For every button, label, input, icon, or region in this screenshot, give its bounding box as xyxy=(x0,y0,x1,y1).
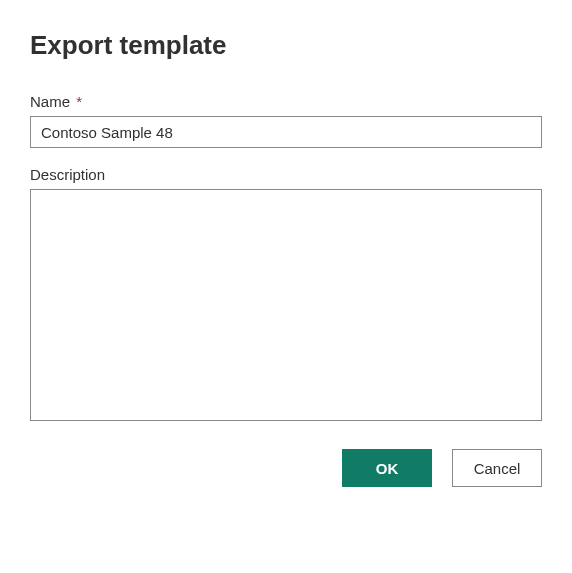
description-label: Description xyxy=(30,166,542,183)
button-row: OK Cancel xyxy=(30,449,542,487)
name-input[interactable] xyxy=(30,116,542,148)
name-label: Name * xyxy=(30,93,542,110)
dialog-title: Export template xyxy=(30,30,542,61)
description-field-group: Description xyxy=(30,166,542,425)
name-label-text: Name xyxy=(30,93,70,110)
name-field-group: Name * xyxy=(30,93,542,148)
required-indicator: * xyxy=(76,93,82,110)
description-input[interactable] xyxy=(30,189,542,421)
cancel-button[interactable]: Cancel xyxy=(452,449,542,487)
ok-button[interactable]: OK xyxy=(342,449,432,487)
